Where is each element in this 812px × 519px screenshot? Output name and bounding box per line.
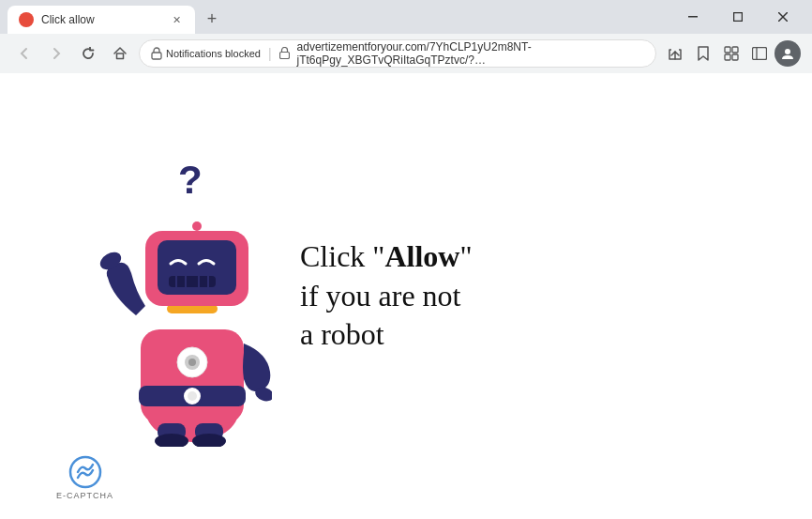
address-divider: |: [268, 46, 272, 61]
browser-window: Click allow ✕ +: [0, 0, 812, 519]
tabs-area: Click allow ✕ +: [8, 0, 671, 34]
svg-point-22: [188, 391, 197, 401]
robot-illustration: ?: [56, 146, 272, 447]
toolbar: Notifications blocked | advertizementfor…: [0, 34, 812, 73]
share-button[interactable]: [662, 40, 688, 67]
new-tab-button[interactable]: +: [199, 6, 225, 32]
sidebar-button[interactable]: [746, 40, 773, 67]
tab-close-button[interactable]: ✕: [169, 12, 184, 27]
notification-blocked-indicator: Notifications blocked: [151, 47, 261, 60]
svg-rect-12: [732, 54, 738, 60]
notification-blocked-text: Notifications blocked: [166, 48, 261, 59]
svg-rect-5: [152, 53, 161, 59]
home-button[interactable]: [107, 40, 133, 67]
extensions-button[interactable]: [718, 40, 744, 67]
lock-icon: [279, 47, 290, 61]
captcha-logo: E-CAPTCHA: [56, 455, 113, 500]
svg-rect-0: [688, 16, 698, 18]
message-area: Click "Allow" if you are not a robot: [300, 237, 472, 355]
svg-rect-1: [734, 13, 743, 22]
svg-rect-10: [732, 47, 738, 53]
svg-text:?: ?: [178, 158, 203, 202]
svg-point-32: [192, 221, 202, 231]
svg-rect-6: [279, 52, 289, 58]
toolbar-actions: [662, 40, 801, 67]
svg-rect-9: [725, 47, 730, 53]
address-bar[interactable]: Notifications blocked | advertizementfor…: [139, 39, 656, 68]
profile-button[interactable]: [774, 40, 801, 67]
forward-button[interactable]: [43, 40, 69, 67]
url-text: advertizementforyour.com/7YhCLP1yU2m8NT-…: [297, 40, 644, 67]
maximize-button[interactable]: [716, 3, 759, 31]
close-button[interactable]: [761, 3, 804, 31]
svg-rect-4: [117, 53, 124, 59]
svg-rect-13: [753, 48, 767, 60]
bookmark-button[interactable]: [690, 40, 716, 67]
back-button[interactable]: [11, 40, 38, 67]
svg-point-40: [188, 359, 196, 366]
window-controls: [671, 3, 804, 31]
captcha-logo-text: E-CAPTCHA: [56, 491, 113, 500]
title-bar: Click allow ✕ +: [0, 0, 812, 34]
active-tab[interactable]: Click allow ✕: [8, 6, 195, 34]
page-content: ?: [0, 73, 812, 519]
tab-favicon: [19, 12, 34, 27]
robot-area: ?: [56, 146, 472, 447]
svg-point-15: [785, 49, 790, 54]
svg-point-41: [70, 457, 100, 487]
svg-rect-11: [725, 54, 730, 60]
message-text: Click "Allow" if you are not a robot: [300, 237, 472, 355]
reload-button[interactable]: [75, 40, 101, 67]
tab-title: Click allow: [41, 13, 161, 26]
minimize-button[interactable]: [671, 3, 714, 31]
